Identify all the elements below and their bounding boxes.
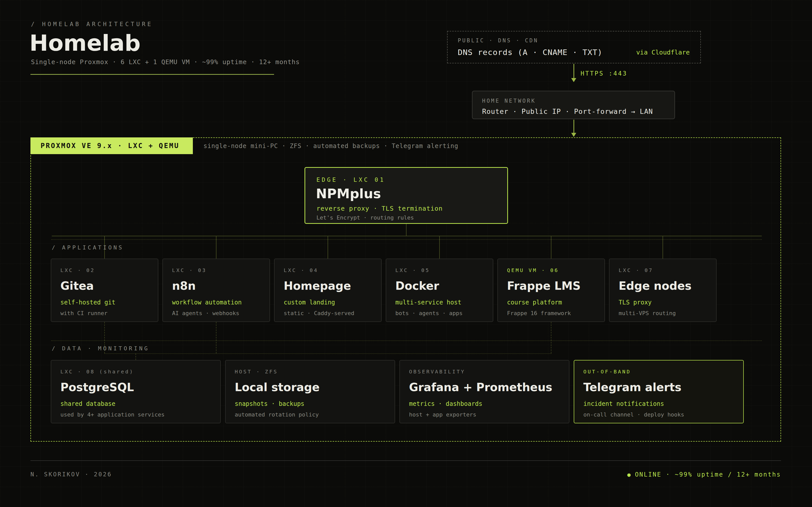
npmplus-card: EDGE · LXC 01 NPMplus reverse proxy · TL… — [305, 167, 508, 224]
connector-frappe-to-db — [551, 322, 551, 353]
section-separator — [51, 340, 762, 341]
card-title: Docker — [395, 279, 486, 292]
card-title: Local storage — [235, 381, 388, 394]
card-tag: TLS proxy — [619, 299, 709, 306]
card-frappe-lms: QEMU VM · 06 Frappe LMS course platform … — [497, 259, 605, 322]
page-title: Homelab — [30, 30, 141, 56]
connector-db-bus — [104, 353, 551, 354]
card-tag: workflow automation — [172, 299, 262, 306]
title-underline — [31, 74, 274, 75]
card-title: Grafana + Prometheus — [409, 381, 562, 394]
npmplus-tag: reverse proxy · TLS termination — [316, 205, 443, 212]
online-status-dot-icon: ● — [627, 471, 631, 478]
card-tag: snapshots · backups — [235, 400, 388, 407]
dns-box-value: DNS records (A · CNAME · TXT) — [458, 48, 602, 57]
footer-status: ●ONLINE · ~99% uptime / 12+ months — [627, 471, 781, 478]
card-label: OBSERVABILITY — [409, 369, 562, 375]
data-monitoring-row: LXC · 08 (shared) PostgreSQL shared data… — [51, 360, 744, 424]
footer-divider — [31, 460, 781, 461]
card-label: LXC · 05 — [395, 267, 486, 273]
card-telegram-alerts: OUT-OF-BAND Telegram alerts incident not… — [574, 360, 744, 424]
card-title: Frappe LMS — [507, 279, 597, 292]
card-title: Homepage — [284, 279, 374, 292]
card-tag: custom landing — [284, 299, 374, 306]
card-tag: self-hosted git — [60, 299, 151, 306]
page-subtitle: Single-node Proxmox · 6 LXC + 1 QEMU VM … — [31, 58, 300, 66]
applications-row: LXC · 02 Gitea self-hosted git with CI r… — [51, 259, 717, 322]
card-tag: shared database — [60, 400, 213, 407]
proxmox-container: PROXMOX VE 9.x · LXC + QEMU single-node … — [31, 137, 781, 442]
card-title: Telegram alerts — [583, 381, 736, 394]
arrow-down-icon — [571, 78, 576, 82]
card-label: LXC · 03 — [172, 267, 262, 273]
page-eyebrow: / HOMELAB ARCHITECTURE — [31, 21, 153, 27]
card-homepage: LXC · 04 Homepage custom landing static … — [274, 259, 382, 322]
npmplus-sub: Let's Encrypt · routing rules — [316, 215, 414, 221]
card-tag: metrics · dashboards — [409, 400, 562, 407]
card-sub: used by 4+ application services — [60, 411, 213, 418]
card-sub: Frappe 16 framework — [507, 310, 597, 316]
card-label: OUT-OF-BAND — [583, 369, 736, 375]
data-monitoring-section-label: / DATA · MONITORING — [52, 345, 149, 352]
card-sub: AI agents · webhooks — [172, 310, 262, 316]
card-sub: multi-VPS routing — [619, 310, 709, 316]
footer-credit: N. SKORIKOV · 2026 — [31, 471, 112, 477]
card-label: LXC · 04 — [284, 267, 374, 273]
card-tag: course platform — [507, 299, 597, 306]
connector-n8n-to-db — [216, 322, 216, 353]
arrow-down-icon — [571, 133, 576, 137]
card-grafana-prometheus: OBSERVABILITY Grafana + Prometheus metri… — [399, 360, 569, 424]
card-sub: bots · agents · apps — [395, 310, 486, 316]
dns-box-label: PUBLIC · DNS · CDN — [458, 38, 539, 44]
card-title: Edge nodes — [619, 279, 709, 292]
card-tag: incident notifications — [583, 400, 736, 407]
card-sub: on-call channel · deploy hooks — [583, 411, 736, 418]
card-title: Gitea — [60, 279, 151, 292]
home-network-box: HOME NETWORK Router · Public IP · Port-f… — [472, 91, 675, 119]
card-sub: static · Caddy-served — [284, 310, 374, 316]
card-postgresql: LXC · 08 (shared) PostgreSQL shared data… — [51, 360, 221, 424]
card-gitea: LXC · 02 Gitea self-hosted git with CI r… — [51, 259, 158, 322]
arrow-shaft — [573, 64, 574, 78]
npmplus-label: EDGE · LXC 01 — [316, 176, 385, 183]
card-label: LXC · 07 — [619, 267, 709, 273]
footer-status-text: ONLINE · ~99% uptime / 12+ months — [635, 471, 781, 478]
card-local-storage: HOST · ZFS Local storage snapshots · bac… — [225, 360, 395, 424]
card-label: HOST · ZFS — [235, 369, 388, 375]
card-label: LXC · 08 (shared) — [60, 369, 213, 375]
section-separator — [51, 239, 762, 240]
card-title: PostgreSQL — [60, 381, 213, 394]
card-label: LXC · 02 — [60, 267, 151, 273]
card-label: QEMU VM · 06 — [507, 267, 597, 273]
applications-section-label: / APPLICATIONS — [52, 244, 123, 251]
home-network-label: HOME NETWORK — [482, 98, 536, 104]
connector-bus-to-postgres — [136, 353, 136, 360]
dns-box-note: via Cloudflare — [636, 49, 690, 56]
card-tag: multi-service host — [395, 299, 486, 306]
proxmox-tagline: single-node mini-PC · ZFS · automated ba… — [204, 138, 458, 154]
card-edge-nodes: LXC · 07 Edge nodes TLS proxy multi-VPS … — [609, 259, 717, 322]
home-network-value: Router · Public IP · Port-forward → LAN — [482, 108, 653, 115]
connector-npmplus-stem — [406, 224, 407, 236]
card-docker: LXC · 05 Docker multi-service host bots … — [386, 259, 493, 322]
arrow-shaft — [573, 120, 574, 133]
connector-bus — [52, 236, 762, 236]
card-n8n: LXC · 03 n8n workflow automation AI agen… — [162, 259, 270, 322]
npmplus-title: NPMplus — [316, 186, 381, 201]
https-port-label: HTTPS :443 — [580, 70, 627, 77]
card-sub: automated rotation policy — [235, 411, 388, 418]
dns-cloud-box: PUBLIC · DNS · CDN DNS records (A · CNAM… — [447, 31, 701, 63]
homelab-architecture-page: / HOMELAB ARCHITECTURE Homelab Single-no… — [0, 0, 812, 507]
card-sub: with CI runner — [60, 310, 151, 316]
card-sub: host + app exporters — [409, 411, 562, 418]
proxmox-banner: PROXMOX VE 9.x · LXC + QEMU — [31, 137, 193, 154]
card-title: n8n — [172, 279, 262, 292]
